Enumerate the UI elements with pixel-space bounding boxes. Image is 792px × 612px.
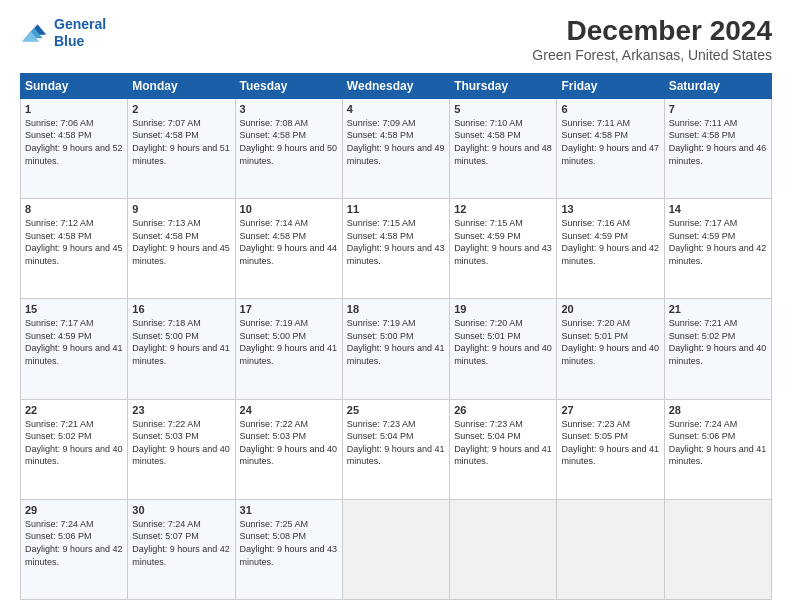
sunrise-value: 7:24 AM xyxy=(704,419,737,429)
cell-day-number: 15 xyxy=(25,303,123,315)
sunrise-label: Sunrise: xyxy=(132,519,168,529)
sunrise-value: 7:23 AM xyxy=(382,419,415,429)
calendar-cell: 8 Sunrise: 7:12 AM Sunset: 4:58 PM Dayli… xyxy=(21,199,128,299)
cell-day-number: 20 xyxy=(561,303,659,315)
sunset-value: 4:59 PM xyxy=(594,231,628,241)
sunset-value: 5:04 PM xyxy=(380,431,414,441)
calendar-cell: 10 Sunrise: 7:14 AM Sunset: 4:58 PM Dayl… xyxy=(235,199,342,299)
day-header: Sunday xyxy=(21,73,128,98)
daylight-label: Daylight: 9 hours and 44 minutes. xyxy=(240,243,338,266)
calendar-week-row: 29 Sunrise: 7:24 AM Sunset: 5:06 PM Dayl… xyxy=(21,499,772,599)
sunset-value: 5:00 PM xyxy=(380,331,414,341)
sunset-value: 4:58 PM xyxy=(273,231,307,241)
sunset-label: Sunset: xyxy=(561,431,594,441)
sunset-label: Sunset: xyxy=(454,431,487,441)
logo-line1: General xyxy=(54,16,106,32)
calendar-table: SundayMondayTuesdayWednesdayThursdayFrid… xyxy=(20,73,772,600)
sunset-label: Sunset: xyxy=(669,130,702,140)
daylight-label: Daylight: 9 hours and 41 minutes. xyxy=(561,444,659,467)
daylight-label: Daylight: 9 hours and 41 minutes. xyxy=(25,343,123,366)
sunset-value: 4:58 PM xyxy=(58,231,92,241)
sunrise-label: Sunrise: xyxy=(240,118,276,128)
sunrise-label: Sunrise: xyxy=(240,218,276,228)
calendar-cell: 24 Sunrise: 7:22 AM Sunset: 5:03 PM Dayl… xyxy=(235,399,342,499)
day-header: Thursday xyxy=(450,73,557,98)
sunset-value: 4:58 PM xyxy=(165,130,199,140)
day-header: Tuesday xyxy=(235,73,342,98)
calendar-cell xyxy=(342,499,449,599)
sunset-label: Sunset: xyxy=(240,331,273,341)
sunrise-value: 7:07 AM xyxy=(168,118,201,128)
daylight-label: Daylight: 9 hours and 43 minutes. xyxy=(454,243,552,266)
cell-info: Sunrise: 7:13 AM Sunset: 4:58 PM Dayligh… xyxy=(132,217,230,267)
sunset-label: Sunset: xyxy=(25,231,58,241)
calendar-cell: 13 Sunrise: 7:16 AM Sunset: 4:59 PM Dayl… xyxy=(557,199,664,299)
cell-day-number: 17 xyxy=(240,303,338,315)
daylight-label: Daylight: 9 hours and 50 minutes. xyxy=(240,143,338,166)
daylight-label: Daylight: 9 hours and 51 minutes. xyxy=(132,143,230,166)
calendar-cell: 16 Sunrise: 7:18 AM Sunset: 5:00 PM Dayl… xyxy=(128,299,235,399)
sunset-label: Sunset: xyxy=(240,231,273,241)
sunrise-label: Sunrise: xyxy=(240,318,276,328)
calendar-week-row: 1 Sunrise: 7:06 AM Sunset: 4:58 PM Dayli… xyxy=(21,98,772,198)
sunset-label: Sunset: xyxy=(669,331,702,341)
sunset-label: Sunset: xyxy=(132,331,165,341)
calendar-cell: 7 Sunrise: 7:11 AM Sunset: 4:58 PM Dayli… xyxy=(664,98,771,198)
daylight-label: Daylight: 9 hours and 43 minutes. xyxy=(347,243,445,266)
cell-info: Sunrise: 7:14 AM Sunset: 4:58 PM Dayligh… xyxy=(240,217,338,267)
sunrise-label: Sunrise: xyxy=(561,318,597,328)
cell-info: Sunrise: 7:23 AM Sunset: 5:04 PM Dayligh… xyxy=(454,418,552,468)
cell-day-number: 7 xyxy=(669,103,767,115)
daylight-label: Daylight: 9 hours and 49 minutes. xyxy=(347,143,445,166)
sunrise-value: 7:25 AM xyxy=(275,519,308,529)
sunrise-label: Sunrise: xyxy=(25,218,61,228)
daylight-label: Daylight: 9 hours and 41 minutes. xyxy=(347,444,445,467)
sunrise-value: 7:12 AM xyxy=(61,218,94,228)
sunset-value: 4:58 PM xyxy=(165,231,199,241)
cell-info: Sunrise: 7:07 AM Sunset: 4:58 PM Dayligh… xyxy=(132,117,230,167)
sunset-value: 5:02 PM xyxy=(58,431,92,441)
calendar-cell: 21 Sunrise: 7:21 AM Sunset: 5:02 PM Dayl… xyxy=(664,299,771,399)
daylight-label: Daylight: 9 hours and 42 minutes. xyxy=(669,243,767,266)
cell-day-number: 14 xyxy=(669,203,767,215)
sunrise-value: 7:20 AM xyxy=(490,318,523,328)
sunrise-label: Sunrise: xyxy=(347,118,383,128)
sunset-label: Sunset: xyxy=(561,231,594,241)
calendar-cell: 14 Sunrise: 7:17 AM Sunset: 4:59 PM Dayl… xyxy=(664,199,771,299)
cell-day-number: 29 xyxy=(25,504,123,516)
sunrise-label: Sunrise: xyxy=(132,218,168,228)
sunrise-value: 7:24 AM xyxy=(168,519,201,529)
cell-day-number: 25 xyxy=(347,404,445,416)
page: General Blue December 2024 Green Forest,… xyxy=(0,0,792,612)
cell-info: Sunrise: 7:21 AM Sunset: 5:02 PM Dayligh… xyxy=(25,418,123,468)
cell-day-number: 11 xyxy=(347,203,445,215)
sunset-label: Sunset: xyxy=(669,431,702,441)
sunrise-label: Sunrise: xyxy=(25,519,61,529)
cell-day-number: 5 xyxy=(454,103,552,115)
sunrise-label: Sunrise: xyxy=(454,118,490,128)
sunrise-value: 7:20 AM xyxy=(597,318,630,328)
sunset-label: Sunset: xyxy=(347,431,380,441)
cell-day-number: 1 xyxy=(25,103,123,115)
daylight-label: Daylight: 9 hours and 40 minutes. xyxy=(561,343,659,366)
calendar-cell: 27 Sunrise: 7:23 AM Sunset: 5:05 PM Dayl… xyxy=(557,399,664,499)
daylight-label: Daylight: 9 hours and 41 minutes. xyxy=(347,343,445,366)
cell-info: Sunrise: 7:19 AM Sunset: 5:00 PM Dayligh… xyxy=(347,317,445,367)
sunset-value: 5:03 PM xyxy=(165,431,199,441)
sunset-value: 4:58 PM xyxy=(702,130,736,140)
daylight-label: Daylight: 9 hours and 40 minutes. xyxy=(25,444,123,467)
calendar-header-row: SundayMondayTuesdayWednesdayThursdayFrid… xyxy=(21,73,772,98)
day-header: Monday xyxy=(128,73,235,98)
sunrise-value: 7:23 AM xyxy=(490,419,523,429)
cell-day-number: 16 xyxy=(132,303,230,315)
sunset-value: 5:03 PM xyxy=(273,431,307,441)
sunrise-label: Sunrise: xyxy=(454,218,490,228)
sunset-value: 4:58 PM xyxy=(380,231,414,241)
sunset-label: Sunset: xyxy=(25,431,58,441)
calendar-cell: 23 Sunrise: 7:22 AM Sunset: 5:03 PM Dayl… xyxy=(128,399,235,499)
daylight-label: Daylight: 9 hours and 46 minutes. xyxy=(669,143,767,166)
calendar-cell: 2 Sunrise: 7:07 AM Sunset: 4:58 PM Dayli… xyxy=(128,98,235,198)
sunrise-value: 7:14 AM xyxy=(275,218,308,228)
cell-day-number: 10 xyxy=(240,203,338,215)
sunrise-value: 7:13 AM xyxy=(168,218,201,228)
